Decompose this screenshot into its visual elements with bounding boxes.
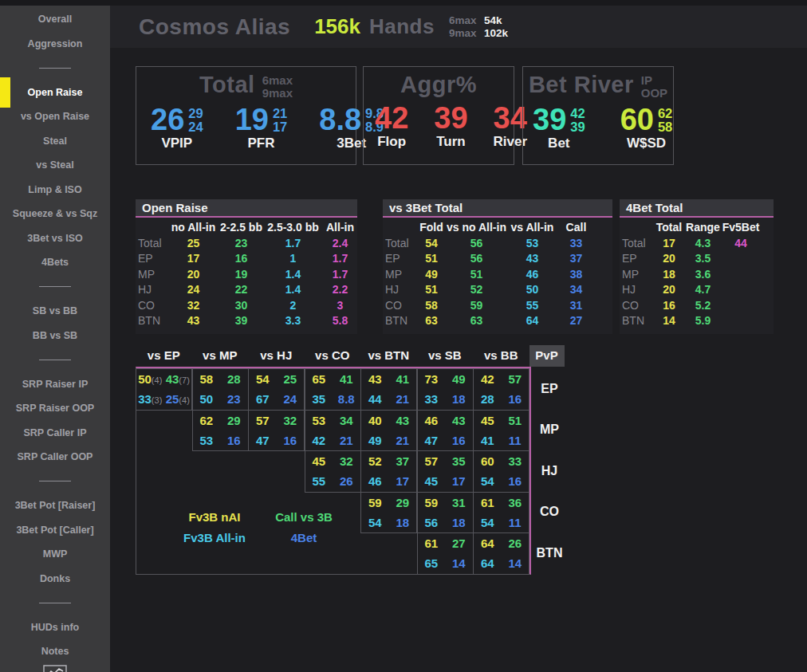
- format-value: 102k: [484, 27, 508, 40]
- stat-value: 40: [361, 414, 389, 427]
- format-breakdown: 6max 54k 9max 102k: [449, 14, 508, 40]
- sidebar-item-3bet-pot-raiser[interactable]: 3Bet Pot [Raiser]: [0, 493, 110, 518]
- stat-label: Turn: [434, 134, 467, 150]
- stat-value: 1.4: [263, 282, 323, 298]
- stat-main-value: 60: [620, 105, 654, 134]
- sidebar-item-squeeze-vs-sqz[interactable]: Squeeze & vs Sqz: [0, 202, 110, 226]
- stat-value: 17: [167, 251, 219, 267]
- sidebar-item-aggression[interactable]: Aggression: [0, 32, 110, 57]
- sidebar-item-srp-raiser-oop[interactable]: SRP Raiser OOP: [0, 396, 110, 421]
- stat-label: VPIP: [151, 136, 203, 151]
- stat-value: 41: [474, 434, 502, 447]
- legend-item-4bet: 4Bet: [259, 529, 348, 546]
- sidebar-item-open-raise[interactable]: Open Raise: [0, 81, 110, 105]
- sidebar-item-huds-info[interactable]: HUDs info: [0, 615, 110, 640]
- stat-value: 35: [445, 454, 473, 468]
- stat-sub-top: 42: [570, 107, 585, 120]
- sidebar-item-srp-caller-oop[interactable]: SRP Caller OOP: [0, 445, 110, 470]
- stat-value: 16: [445, 434, 473, 447]
- row-label: HJ: [136, 282, 167, 298]
- format-value: 54k: [484, 14, 502, 27]
- table-row-mp: MP183.6: [620, 266, 761, 282]
- sidebar-item-srp-raiser-ip[interactable]: SRP Raiser IP: [0, 372, 110, 397]
- hands-label: Hands: [369, 14, 435, 39]
- stat-value: 49: [445, 372, 473, 386]
- sidebar-item-sb-vs-bb[interactable]: SB vs BB: [0, 299, 110, 324]
- table-header-row: no All-in2-2.5 bb2.5-3.0 bbAll-in: [136, 219, 357, 235]
- stat-value: 19: [219, 266, 263, 282]
- stat-value: 37: [558, 251, 594, 267]
- stat-value: 34: [333, 414, 360, 427]
- stat-value: 65: [305, 372, 333, 386]
- sidebar-item-4bets[interactable]: 4Bets: [0, 250, 110, 275]
- stat-value: 53: [193, 434, 221, 447]
- stat-value: 54: [416, 235, 447, 251]
- stat-value: 43: [361, 372, 389, 386]
- sidebar-item-limp-iso[interactable]: Limp & ISO: [0, 178, 110, 202]
- stat-value: 8.8: [333, 392, 360, 406]
- stat-value: 64: [474, 536, 502, 550]
- matrix-cell-ep-vs-btn: 43414421: [360, 368, 417, 411]
- matrix-cell-ep-vs-mp: 58285023: [192, 368, 249, 411]
- chart-icon-button[interactable]: [0, 665, 110, 672]
- row-label: MP: [383, 266, 416, 282]
- stat-value: 45: [418, 474, 446, 488]
- stat-vpip: 262924VPIP: [151, 105, 203, 151]
- stat-value: 49: [361, 434, 389, 447]
- stat-value: 3: [323, 297, 357, 313]
- sidebar-item-mwp[interactable]: MWP: [0, 542, 110, 567]
- legend-item-fv3b-nai: Fv3B nAI: [170, 509, 259, 525]
- sidebar-divider: [0, 591, 110, 615]
- table-grid: TotalRangeFv5BetTotal174.344EP203.5MP183…: [620, 219, 761, 328]
- stat-value: 3.6: [685, 266, 721, 282]
- stat-value: 14: [502, 556, 529, 570]
- stat-value: 32: [167, 297, 219, 313]
- stat-value: 52: [361, 454, 389, 468]
- stat-value: 46: [361, 474, 389, 488]
- stat-label: W$SD: [620, 136, 673, 151]
- sidebar-item-overall[interactable]: Overall: [0, 7, 110, 32]
- stat-value: 50(4): [136, 372, 164, 386]
- table-open-raise: Open Raiseno All-in2-2.5 bb2.5-3.0 bbAll…: [136, 199, 357, 334]
- stat-value: 24: [167, 282, 219, 298]
- sidebar-item-3bet-pot-caller[interactable]: 3Bet Pot [Caller]: [0, 518, 110, 543]
- sidebar-item-bb-vs-sb[interactable]: BB vs SB: [0, 324, 110, 348]
- table-row-co: CO165.2: [620, 297, 761, 313]
- sidebar-divider: [0, 470, 110, 494]
- stat-value: 54: [474, 516, 502, 529]
- stat-value: 23: [220, 392, 248, 406]
- sidebar-item-vs-steal[interactable]: vs Steal: [0, 153, 110, 178]
- stat-value: 60: [474, 454, 502, 468]
- format-row-6max: 6max 54k: [449, 14, 508, 27]
- sidebar-item-srp-caller-ip[interactable]: SRP Caller IP: [0, 421, 110, 446]
- stat-value: 53: [305, 414, 333, 427]
- stat-value: 33(3): [136, 392, 164, 406]
- sublabel: 6max: [262, 74, 293, 87]
- stat-sub-top: 21: [273, 107, 287, 120]
- stat-value: 26: [333, 474, 360, 488]
- stat-value: 4.3: [685, 235, 721, 251]
- stat-value: 1.7: [323, 251, 357, 267]
- stat-value: 53: [506, 235, 558, 251]
- stat-value: 55: [506, 297, 558, 313]
- stat-value: 64: [474, 556, 502, 570]
- sidebar-item-steal[interactable]: Steal: [0, 129, 110, 154]
- stat-pfr: 192117PFR: [235, 105, 288, 151]
- sidebar-item-3bet-vs-iso[interactable]: 3Bet vs ISO: [0, 226, 110, 251]
- stat-value: 25: [167, 235, 219, 251]
- sidebar-item-donks[interactable]: Donks: [0, 567, 110, 591]
- table-corner: [136, 219, 167, 235]
- stat-value: 16: [219, 251, 263, 267]
- stat-value: 11: [502, 434, 529, 447]
- stat-value: 21: [333, 434, 360, 447]
- matrix-cell-co-vs-sb: 59315618: [417, 492, 474, 534]
- stat-value: 73: [418, 372, 446, 386]
- sidebar-item-vs-open-raise[interactable]: vs Open Raise: [0, 104, 110, 129]
- stat-value: 50: [193, 392, 221, 406]
- sidebar-item-notes[interactable]: Notes: [0, 639, 110, 664]
- matrix-corner-label: PvP: [529, 345, 565, 367]
- stat-main-value: 26: [151, 105, 184, 134]
- stat-value: 34: [558, 282, 594, 298]
- stat-value: 2.2: [323, 282, 357, 298]
- stat-value: 14: [445, 556, 473, 570]
